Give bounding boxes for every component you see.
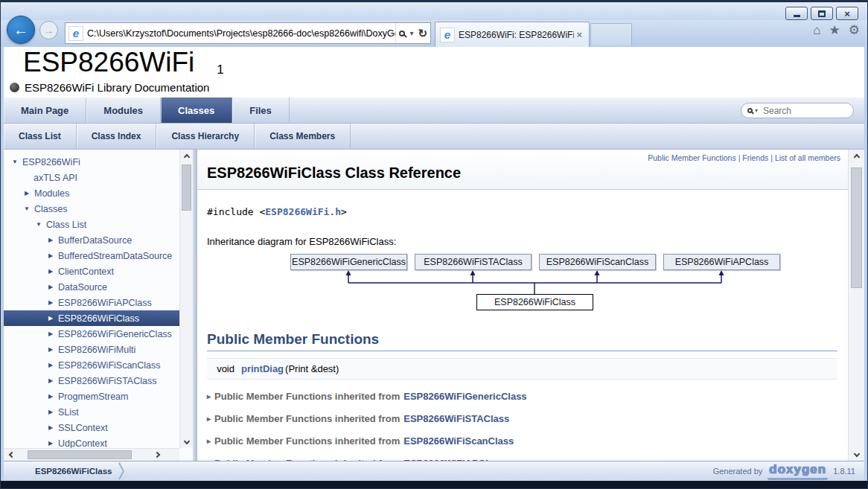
doc-search-dropdown-icon[interactable]: ▾ <box>755 107 758 114</box>
tree-expanded-icon[interactable]: ▼ <box>23 205 31 212</box>
tree-item-esp8266wifistaclass[interactable]: ▶ESP8266WiFiSTAClass <box>4 373 179 389</box>
tree-collapsed-icon[interactable]: ▶ <box>47 330 54 337</box>
inherited-section-scan[interactable]: ▸ Public Member Functions inherited from… <box>207 435 848 447</box>
tree-item-clientcontext[interactable]: ▶ClientContext <box>4 263 179 279</box>
tab-class-index[interactable]: Class Index <box>77 124 157 149</box>
tree-item-bufferdatasource[interactable]: ▶BufferDataSource <box>4 232 179 248</box>
address-bar[interactable]: e C:\Users\Krzysztof\Documents\Projects\… <box>65 22 431 44</box>
tree-collapsed-icon[interactable]: ▶ <box>47 409 54 415</box>
scroll-right-icon[interactable] <box>151 449 165 461</box>
member-name-link[interactable]: printDiag <box>241 363 284 374</box>
sidebar-horizontal-scrollbar[interactable] <box>4 448 179 461</box>
tree-collapsed-icon[interactable]: ▶ <box>47 346 54 353</box>
tree-expanded-icon[interactable]: ▼ <box>35 221 42 228</box>
tree-collapsed-icon[interactable]: ▶ <box>47 362 54 368</box>
sidebar-scroll-thumb[interactable] <box>182 164 191 211</box>
tab-main-page[interactable]: Main Page <box>4 98 86 123</box>
diagram-node-esp8266wifistaclass[interactable]: ESP8266WiFiSTAClass <box>415 254 532 270</box>
scroll-down-icon[interactable] <box>180 436 193 448</box>
nav-tree: ▼ESP8266WiFi axTLS API ▶Modules ▼Classes… <box>4 150 179 448</box>
tab-modules[interactable]: Modules <box>86 98 161 123</box>
url-text[interactable]: C:\Users\Krzysztof\Documents\Projects\es… <box>87 28 395 39</box>
breadcrumb-esp8266wificlass[interactable]: ESP8266WiFiClass <box>35 467 112 476</box>
scroll-up-icon[interactable] <box>849 150 864 162</box>
maximize-icon <box>818 10 826 17</box>
inherited-class-link[interactable]: ESP8266WiFiScanClass <box>403 435 514 447</box>
main-tab-bar: Main Page Modules Classes Files ▾ <box>4 98 864 124</box>
browser-tab[interactable]: e ESP8266WiFi: ESP8266WiFi... × <box>435 22 590 47</box>
favorites-star-icon[interactable]: ★ <box>829 24 840 36</box>
summary-link-public-member-functions[interactable]: Public Member Functions <box>648 153 735 162</box>
tree-item-modules[interactable]: ▶Modules <box>4 185 179 201</box>
tree-item-axtls-api[interactable]: axTLS API <box>4 170 179 185</box>
close-button[interactable]: × <box>836 7 858 20</box>
tree-collapsed-icon[interactable]: ▶ <box>47 440 54 447</box>
tab-class-hierarchy[interactable]: Class Hierarchy <box>156 124 255 149</box>
generated-by-label: Generated by <box>713 467 763 476</box>
content-scroll-thumb[interactable] <box>851 167 862 288</box>
search-icon[interactable] <box>399 31 405 36</box>
diagram-node-esp8266wificlass[interactable]: ESP8266WiFiClass <box>476 294 593 310</box>
sidebar-vertical-scrollbar[interactable] <box>179 150 193 448</box>
refresh-icon[interactable]: ↻ <box>418 27 427 40</box>
maximize-button[interactable] <box>811 7 833 20</box>
scroll-down-icon[interactable] <box>849 449 864 461</box>
tree-collapsed-icon[interactable]: ▶ <box>47 284 54 290</box>
inherited-class-link[interactable]: ESP8266WiFiSTAClass <box>403 413 509 424</box>
tree-collapsed-icon[interactable]: ▶ <box>47 424 54 431</box>
tab-files[interactable]: Files <box>232 98 290 123</box>
scroll-left-icon[interactable] <box>4 449 17 461</box>
sidebar-hscroll-thumb[interactable] <box>28 450 132 459</box>
tree-collapsed-icon[interactable]: ▶ <box>47 377 54 384</box>
tree-collapsed-icon[interactable]: ▶ <box>47 268 54 275</box>
doc-search-input[interactable] <box>762 105 847 117</box>
summary-link-friends[interactable]: Friends <box>742 153 768 162</box>
tree-collapsed-icon[interactable]: ▶ <box>47 393 54 400</box>
diagram-node-esp8266wifigenericclass[interactable]: ESP8266WiFiGenericClass <box>290 254 407 270</box>
include-file-link[interactable]: ESP8266WiFi.h <box>265 206 341 217</box>
inherited-class-link[interactable]: ESP8266WiFiGenericClass <box>403 391 526 402</box>
tab-classes[interactable]: Classes <box>161 98 232 123</box>
forward-arrow-icon: → <box>44 25 54 36</box>
tab-close-icon[interactable]: × <box>574 29 584 40</box>
tree-item-class-list[interactable]: ▼Class List <box>4 217 179 232</box>
tree-item-bufferedstreamdatasource[interactable]: ▶BufferedStreamDataSource <box>4 248 179 263</box>
tree-item-esp8266wifi[interactable]: ▼ESP8266WiFi <box>4 154 179 170</box>
inherited-section-sta[interactable]: ▸ Public Member Functions inherited from… <box>207 413 848 424</box>
tree-item-esp8266wifimulti[interactable]: ▶ESP8266WiFiMulti <box>4 342 179 357</box>
settings-gear-icon[interactable]: ⚙ <box>849 24 860 36</box>
home-icon[interactable]: ⌂ <box>813 24 820 36</box>
doxygen-logo[interactable]: doxygen <box>768 462 828 480</box>
address-dropdown-icon[interactable]: ▾ <box>409 29 413 37</box>
tree-collapsed-icon[interactable]: ▶ <box>47 299 54 306</box>
new-tab-button[interactable] <box>590 23 632 45</box>
tree-item-sslcontext[interactable]: ▶SSLContext <box>4 420 179 435</box>
tab-class-list[interactable]: Class List <box>4 124 77 149</box>
tab-class-members[interactable]: Class Members <box>255 124 351 149</box>
scroll-up-icon[interactable] <box>180 150 193 162</box>
doc-content: Public Member Functions | Friends | List… <box>197 150 848 461</box>
diagram-node-esp8266wifiapclass[interactable]: ESP8266WiFiAPClass <box>663 254 780 270</box>
content-vertical-scrollbar[interactable] <box>848 150 864 461</box>
tree-collapsed-icon[interactable]: ▶ <box>47 315 54 322</box>
forward-button[interactable]: → <box>39 21 58 39</box>
tree-item-slist[interactable]: ▶SList <box>4 404 179 420</box>
tree-collapsed-icon[interactable]: ▶ <box>23 190 31 196</box>
tree-item-esp8266wifiapclass[interactable]: ▶ESP8266WiFiAPClass <box>4 295 179 310</box>
tree-item-datasource[interactable]: ▶DataSource <box>4 279 179 295</box>
tree-item-esp8266wificlass-selected[interactable]: ▶ESP8266WiFiClass <box>4 310 179 326</box>
back-button[interactable]: ← <box>7 16 35 44</box>
tree-item-esp8266wifiscanclass[interactable]: ▶ESP8266WiFiScanClass <box>4 357 179 373</box>
tree-expanded-icon[interactable]: ▼ <box>11 159 19 165</box>
tree-item-classes[interactable]: ▼Classes <box>4 201 179 217</box>
tree-item-progmemstream[interactable]: ▶ProgmemStream <box>4 389 179 404</box>
minimize-button[interactable] <box>785 7 808 20</box>
tree-collapsed-icon[interactable]: ▶ <box>47 252 54 259</box>
inherited-section-generic[interactable]: ▸ Public Member Functions inherited from… <box>207 391 848 402</box>
tree-collapsed-icon[interactable]: ▶ <box>47 237 54 243</box>
summary-link-list-of-all-members[interactable]: List of all members <box>775 153 840 162</box>
tree-item-esp8266wifigenericclass[interactable]: ▶ESP8266WiFiGenericClass <box>4 326 179 342</box>
tree-item-udpcontext[interactable]: ▶UdpContext <box>4 435 179 448</box>
doc-search-box[interactable]: ▾ <box>741 103 854 118</box>
diagram-node-esp8266wifiscanclass[interactable]: ESP8266WiFiScanClass <box>539 254 656 270</box>
